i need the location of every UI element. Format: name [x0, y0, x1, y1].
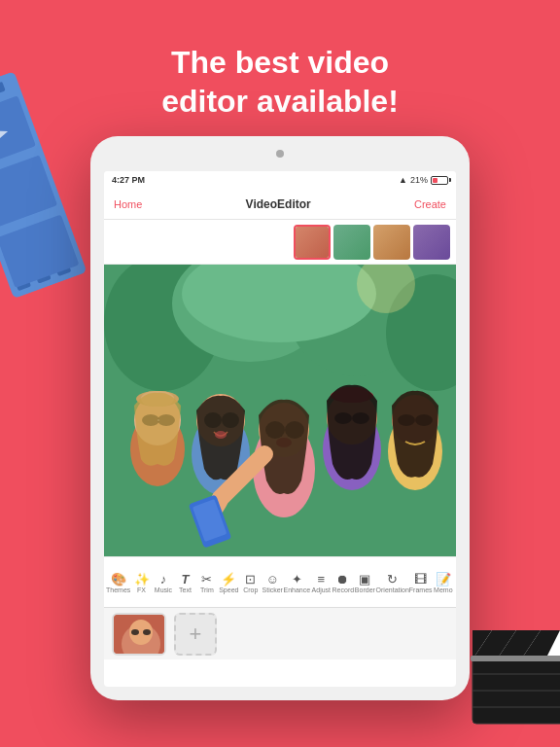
add-project-button[interactable]: +: [174, 613, 217, 656]
crop-label: Crop: [243, 587, 258, 593]
tool-adjust[interactable]: ≡ Adjust: [310, 573, 332, 593]
status-bar: 4:27 PM ▲ 21%: [104, 171, 456, 189]
record-label: Record: [332, 587, 355, 593]
themes-label: Themes: [106, 587, 130, 593]
memo-icon: 📝: [436, 573, 451, 586]
trim-icon: ✂: [201, 573, 212, 586]
border-icon: ▣: [359, 573, 370, 586]
tool-memo[interactable]: 📝 Memo: [433, 573, 454, 593]
memo-label: Memo: [434, 587, 452, 593]
nav-home-button[interactable]: Home: [114, 198, 142, 210]
svg-point-64: [131, 629, 139, 635]
enhance-label: Enhance: [283, 587, 310, 593]
tool-music[interactable]: ♪ Music: [153, 573, 174, 593]
thumbnail-2[interactable]: [333, 225, 370, 260]
sticker-icon: ☺: [266, 573, 279, 586]
adjust-icon: ≡: [318, 573, 326, 586]
thumbnail-3[interactable]: [373, 225, 410, 260]
toolbar: 🎨 Themes ✨ FX ♪ Music T Text ✂ Trim ⚡ Sp…: [104, 556, 456, 607]
frames-label: Frames: [409, 587, 433, 593]
sticker-label: Sticker: [262, 587, 283, 593]
tool-enhance[interactable]: ✦ Enhance: [283, 573, 310, 593]
thumbnails-strip: [104, 220, 456, 265]
tablet-screen: 4:27 PM ▲ 21% Home VideoEditor Create: [104, 171, 456, 687]
project-thumbnail[interactable]: [112, 613, 166, 656]
text-label: Text: [179, 587, 192, 593]
tool-themes[interactable]: 🎨 Themes: [106, 573, 130, 593]
video-frame: [104, 265, 456, 556]
orientation-icon: ↻: [387, 573, 398, 586]
tool-frames[interactable]: 🎞 Frames: [409, 573, 433, 593]
adjust-label: Adjust: [312, 587, 331, 593]
music-icon: ♪: [160, 573, 167, 586]
themes-icon: 🎨: [111, 573, 126, 586]
tool-sticker[interactable]: ☺ Sticker: [262, 573, 283, 593]
speed-icon: ⚡: [221, 573, 236, 586]
record-icon: ⏺: [336, 573, 349, 586]
svg-point-65: [143, 629, 151, 635]
svg-point-41: [215, 431, 227, 439]
music-label: Music: [155, 587, 172, 593]
hero-title: The best video editor available!: [0, 0, 560, 121]
text-icon: T: [181, 573, 189, 586]
fx-icon: ✨: [134, 573, 150, 586]
project-bar: +: [104, 607, 456, 659]
thumbnail-1[interactable]: [294, 225, 331, 260]
status-time: 4:27 PM: [112, 175, 145, 185]
tool-orientation[interactable]: ↻ Orientation: [376, 573, 409, 593]
crop-icon: ⊡: [245, 573, 256, 586]
speed-label: Speed: [219, 587, 238, 593]
tool-crop[interactable]: ⊡ Crop: [240, 573, 262, 593]
wifi-icon: ▲: [399, 175, 407, 185]
tablet-device: 4:27 PM ▲ 21% Home VideoEditor Create: [90, 136, 470, 700]
app-title: VideoEditor: [246, 197, 311, 211]
clapperboard-decoration: [463, 621, 560, 718]
tool-record[interactable]: ⏺ Record: [332, 573, 355, 593]
tool-speed[interactable]: ⚡ Speed: [218, 573, 239, 593]
trim-label: Trim: [200, 587, 214, 593]
svg-rect-21: [471, 656, 560, 661]
tool-trim[interactable]: ✂ Trim: [196, 573, 218, 593]
thumbnail-4[interactable]: [413, 225, 450, 260]
status-right: ▲ 21%: [399, 175, 448, 185]
battery-icon: [431, 176, 448, 185]
tool-border[interactable]: ▣ Border: [354, 573, 375, 593]
tool-fx[interactable]: ✨ FX: [130, 573, 152, 593]
enhance-icon: ✦: [292, 573, 302, 586]
frames-icon: 🎞: [414, 573, 427, 586]
tool-text[interactable]: T Text: [174, 573, 195, 593]
orientation-label: Orientation: [376, 587, 409, 593]
border-label: Border: [355, 587, 375, 593]
battery-percentage: 21%: [410, 175, 428, 185]
fx-label: FX: [137, 587, 146, 593]
nav-create-button[interactable]: Create: [414, 198, 446, 210]
tablet-camera: [276, 150, 284, 158]
app-navbar: Home VideoEditor Create: [104, 189, 456, 220]
